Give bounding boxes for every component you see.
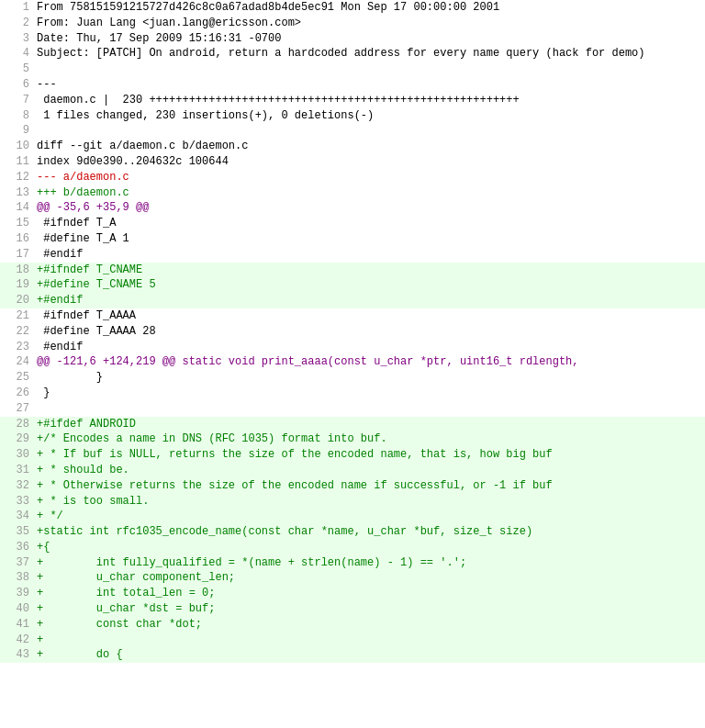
table-row: 12--- a/daemon.c	[0, 170, 705, 185]
line-number: 15	[4, 216, 29, 231]
table-row: 28+#ifdef ANDROID	[0, 417, 705, 432]
line-content: #define T_AAAA 28	[37, 324, 701, 340]
line-number: 20	[4, 293, 29, 308]
line-content: +#ifndef T_CNAME	[37, 263, 701, 278]
line-content: From: Juan Lang <juan.lang@ericsson.com>	[37, 16, 701, 31]
line-content: diff --git a/daemon.c b/daemon.c	[37, 139, 701, 154]
line-content: +++ b/daemon.c	[37, 185, 701, 201]
line-content: + u_char component_len;	[37, 570, 701, 586]
line-content: + * If buf is NULL, returns the size of …	[37, 447, 701, 463]
table-row: 37+ int fully_qualified = *(name + strle…	[0, 555, 705, 571]
table-row: 15 #ifndef T_A	[0, 216, 705, 231]
line-number: 43	[4, 647, 29, 663]
line-number: 26	[4, 386, 29, 401]
table-row: 42+	[0, 633, 705, 648]
table-row: 38+ u_char component_len;	[0, 570, 705, 586]
line-content: + * should be.	[37, 463, 701, 478]
line-number: 29	[4, 431, 29, 447]
line-number: 17	[4, 247, 29, 263]
line-content: }	[37, 386, 701, 401]
line-content: +static int rfc1035_encode_name(const ch…	[37, 524, 701, 540]
table-row: 1From 758151591215727d426c8c0a67adad8b4d…	[0, 0, 705, 16]
line-number: 7	[4, 93, 29, 108]
line-content: --- a/daemon.c	[37, 170, 701, 185]
line-content: Date: Thu, 17 Sep 2009 15:16:31 -0700	[37, 31, 701, 47]
line-number: 42	[4, 633, 29, 648]
line-content: index 9d0e390..204632c 100644	[37, 154, 701, 170]
line-number: 34	[4, 509, 29, 524]
table-row: 4Subject: [PATCH] On android, return a h…	[0, 46, 705, 62]
table-row: 3Date: Thu, 17 Sep 2009 15:16:31 -0700	[0, 31, 705, 47]
line-number: 24	[4, 354, 29, 370]
table-row: 17 #endif	[0, 247, 705, 263]
table-row: 26 }	[0, 386, 705, 401]
line-number: 33	[4, 494, 29, 510]
line-number: 1	[4, 0, 29, 16]
table-row: 25 }	[0, 370, 705, 386]
table-row: 20+#endif	[0, 293, 705, 308]
line-number: 41	[4, 617, 29, 633]
line-content: + * is too small.	[37, 494, 701, 510]
line-content: From 758151591215727d426c8c0a67adad8b4de…	[37, 0, 701, 16]
table-row: 22 #define T_AAAA 28	[0, 324, 705, 340]
table-row: 23 #endif	[0, 340, 705, 355]
table-row: 10diff --git a/daemon.c b/daemon.c	[0, 139, 705, 154]
line-number: 28	[4, 417, 29, 432]
line-content: +	[37, 633, 701, 648]
line-content: #ifndef T_AAAA	[37, 308, 701, 324]
table-row: 6---	[0, 77, 705, 93]
line-number: 10	[4, 139, 29, 154]
line-number: 16	[4, 231, 29, 247]
line-content: +#endif	[37, 293, 701, 308]
line-number: 31	[4, 463, 29, 478]
table-row: 35+static int rfc1035_encode_name(const …	[0, 524, 705, 540]
line-content: 1 files changed, 230 insertions(+), 0 de…	[37, 108, 701, 124]
line-content: #endif	[37, 340, 701, 355]
line-number: 39	[4, 586, 29, 601]
line-number: 40	[4, 601, 29, 617]
line-number: 21	[4, 308, 29, 324]
line-number: 36	[4, 540, 29, 555]
line-content: + do {	[37, 647, 701, 663]
line-number: 11	[4, 154, 29, 170]
table-row: 13+++ b/daemon.c	[0, 185, 705, 201]
line-content: +#define T_CNAME 5	[37, 277, 701, 293]
table-row: 29+/* Encodes a name in DNS (RFC 1035) f…	[0, 431, 705, 447]
line-content: + u_char *dst = buf;	[37, 601, 701, 617]
table-row: 33+ * is too small.	[0, 494, 705, 510]
table-row: 2From: Juan Lang <juan.lang@ericsson.com…	[0, 16, 705, 31]
table-row: 19+#define T_CNAME 5	[0, 277, 705, 293]
table-row: 7 daemon.c | 230 +++++++++++++++++++++++…	[0, 93, 705, 108]
line-content: + const char *dot;	[37, 617, 701, 633]
line-content: +{	[37, 540, 701, 555]
table-row: 27	[0, 401, 705, 417]
line-number: 8	[4, 108, 29, 124]
line-number: 3	[4, 31, 29, 47]
line-number: 4	[4, 46, 29, 62]
line-content: + int fully_qualified = *(name + strlen(…	[37, 555, 701, 571]
table-row: 43+ do {	[0, 647, 705, 663]
line-number: 25	[4, 370, 29, 386]
line-content: @@ -121,6 +124,219 @@ static void print_…	[37, 354, 701, 370]
line-content: daemon.c | 230 +++++++++++++++++++++++++…	[37, 93, 701, 108]
line-content: #endif	[37, 247, 701, 263]
table-row: 8 1 files changed, 230 insertions(+), 0 …	[0, 108, 705, 124]
table-row: 39+ int total_len = 0;	[0, 586, 705, 601]
line-number: 27	[4, 401, 29, 417]
line-number: 12	[4, 170, 29, 185]
line-number: 35	[4, 524, 29, 540]
line-content: + */	[37, 509, 701, 524]
table-row: 5	[0, 62, 705, 77]
line-number: 32	[4, 478, 29, 494]
line-content: @@ -35,6 +35,9 @@	[37, 200, 701, 216]
line-number: 9	[4, 123, 29, 139]
table-row: 14@@ -35,6 +35,9 @@	[0, 200, 705, 216]
line-number: 5	[4, 62, 29, 77]
line-number: 22	[4, 324, 29, 340]
line-content: + int total_len = 0;	[37, 586, 701, 601]
table-row: 21 #ifndef T_AAAA	[0, 308, 705, 324]
line-content: #ifndef T_A	[37, 216, 701, 231]
line-number: 2	[4, 16, 29, 31]
line-content: +/* Encodes a name in DNS (RFC 1035) for…	[37, 431, 701, 447]
table-row: 32+ * Otherwise returns the size of the …	[0, 478, 705, 494]
